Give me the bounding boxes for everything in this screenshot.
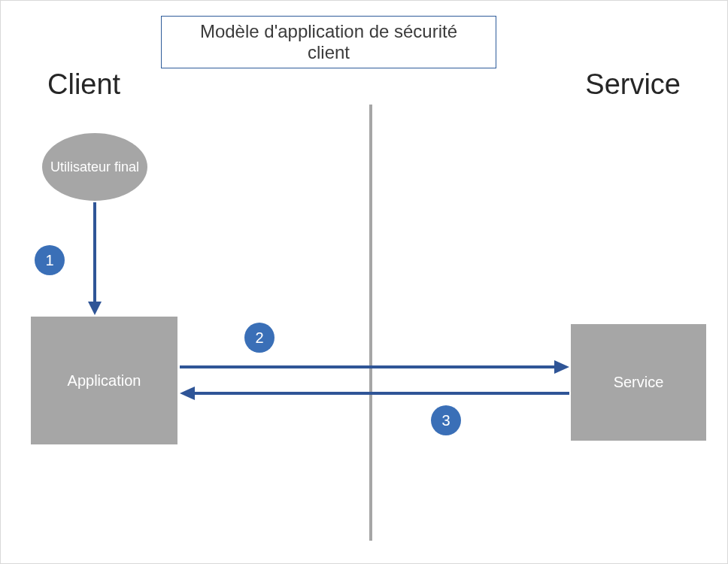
arrow-2 <box>180 358 569 376</box>
section-label-service: Service <box>585 68 681 101</box>
divider-line <box>369 105 372 541</box>
node-application-label: Application <box>68 372 141 390</box>
section-label-client: Client <box>47 68 120 101</box>
svg-marker-3 <box>554 360 569 374</box>
step-badge-1: 1 <box>35 245 65 275</box>
diagram-title: Modèle d'application de sécurité client <box>161 16 496 68</box>
step-badge-3-label: 3 <box>441 412 450 429</box>
step-badge-2-label: 2 <box>255 329 263 347</box>
step-badge-3: 3 <box>431 405 461 435</box>
diagram-canvas: Modèle d'application de sécurité client … <box>0 0 728 564</box>
node-application: Application <box>31 317 177 444</box>
node-service-label: Service <box>614 374 664 391</box>
step-badge-2: 2 <box>244 323 275 353</box>
node-service: Service <box>571 324 706 441</box>
arrow-1 <box>83 202 106 315</box>
arrow-3 <box>180 384 569 402</box>
node-end-user: Utilisateur final <box>42 133 147 201</box>
step-badge-1-label: 1 <box>45 252 53 269</box>
node-end-user-label: Utilisateur final <box>50 159 139 175</box>
svg-marker-5 <box>180 387 195 400</box>
svg-marker-1 <box>88 302 102 315</box>
